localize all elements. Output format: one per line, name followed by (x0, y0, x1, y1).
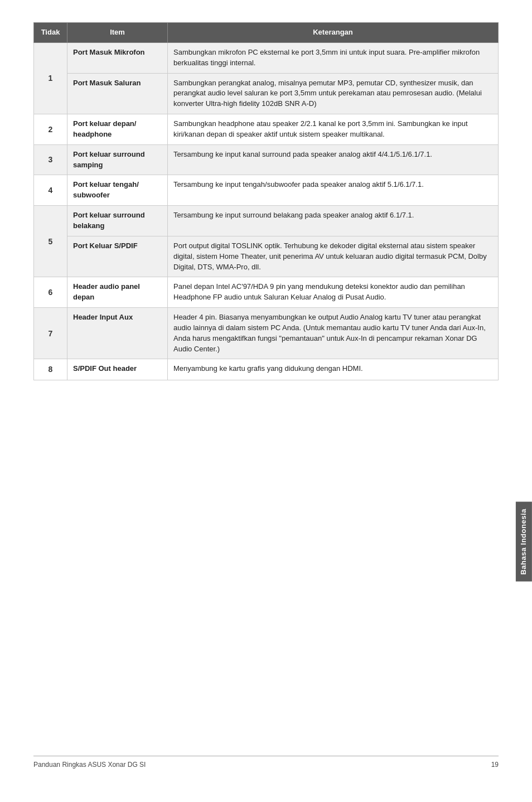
item-name: Port Keluar S/PDIF (67, 236, 168, 277)
table-row: 7Header Input AuxHeader 4 pin. Biasanya … (34, 308, 499, 359)
item-name: Header Input Aux (67, 308, 168, 359)
footer-title: Panduan Ringkas ASUS Xonar DG SI (33, 761, 146, 769)
table-row: 1Port Masuk MikrofonSambungkan mikrofon … (34, 42, 499, 73)
item-description: Tersambung ke input kanal surround pada … (168, 144, 499, 175)
item-description: Menyambung ke kartu grafis yang didukung… (168, 359, 499, 380)
item-name: Port keluar tengah/ subwoofer (67, 175, 168, 206)
row-number: 1 (34, 42, 67, 114)
footer-page-number: 19 (491, 761, 499, 769)
table-row: 4Port keluar tengah/ subwooferTersambung… (34, 175, 499, 206)
side-tab-language: Bahasa Indonesia (516, 502, 532, 582)
item-description: Tersambung ke input tengah/subwoofer pad… (168, 175, 499, 206)
item-name: Header audio panel depan (67, 277, 168, 308)
row-number: 6 (34, 277, 67, 308)
table-row: Port Keluar S/PDIFPort output digital TO… (34, 236, 499, 277)
row-number: 4 (34, 175, 67, 206)
item-description: Panel depan Intel AC'97/HDA 9 pin yang m… (168, 277, 499, 308)
item-name: Port keluar surround samping (67, 144, 168, 175)
item-name: Port Masuk Mikrofon (67, 42, 168, 73)
header-item: Item (67, 23, 168, 43)
table-row: 2Port keluar depan/ headphoneSambungkan … (34, 114, 499, 145)
row-number: 2 (34, 114, 67, 145)
item-description: Tersambung ke input surround belakang pa… (168, 206, 499, 236)
item-description: Port output digital TOSLINK optik. Terhu… (168, 236, 499, 277)
row-number: 3 (34, 144, 67, 175)
page-footer: Panduan Ringkas ASUS Xonar DG SI 19 (33, 756, 499, 769)
row-number: 5 (34, 206, 67, 277)
header-tidak: Tidak (34, 23, 67, 43)
table-row: Port Masuk SaluranSambungkan perangkat a… (34, 73, 499, 114)
item-name: Port keluar surround belakang (67, 206, 168, 236)
item-description: Sambungkan headphone atau speaker 2/2.1 … (168, 114, 499, 145)
table-row: 6Header audio panel depanPanel depan Int… (34, 277, 499, 308)
item-description: Sambungkan perangkat analog, misalnya pe… (168, 73, 499, 114)
item-name: Port keluar depan/ headphone (67, 114, 168, 145)
item-description: Header 4 pin. Biasanya menyambungkan ke … (168, 308, 499, 359)
item-name: Port Masuk Saluran (67, 73, 168, 114)
table-row: 8S/PDIF Out headerMenyambung ke kartu gr… (34, 359, 499, 380)
header-keterangan: Keterangan (168, 23, 499, 43)
table-row: 3Port keluar surround sampingTersambung … (34, 144, 499, 175)
row-number: 7 (34, 308, 67, 359)
item-description: Sambungkan mikrofon PC eksternal ke port… (168, 42, 499, 73)
row-number: 8 (34, 359, 67, 380)
main-table: Tidak Item Keterangan 1Port Masuk Mikrof… (33, 22, 499, 380)
table-row: 5Port keluar surround belakangTersambung… (34, 206, 499, 236)
item-name: S/PDIF Out header (67, 359, 168, 380)
